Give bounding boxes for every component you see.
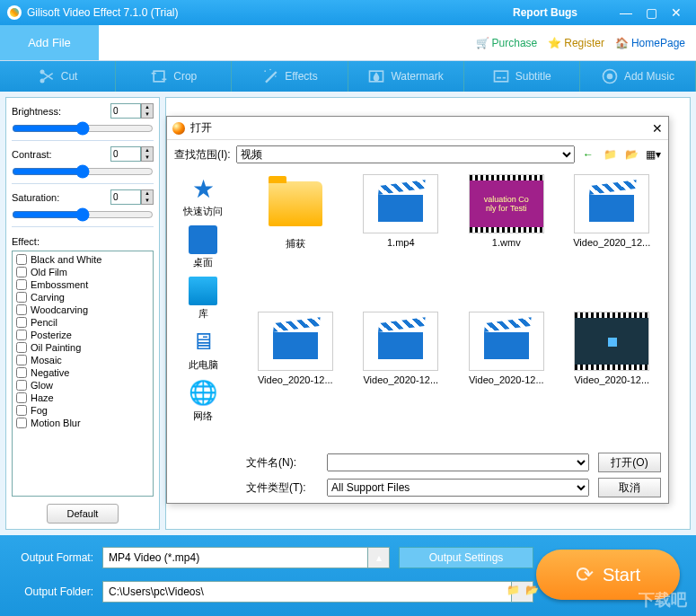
brightness-spinner[interactable]: ▲▼ [141, 103, 154, 119]
file-item[interactable]: 1.mp4 [350, 174, 453, 308]
open-folder-icon[interactable]: 📂 [525, 584, 539, 600]
filetype-select[interactable]: All Support Files [327, 479, 589, 497]
file-item[interactable]: Video_2020_12... [561, 174, 664, 308]
effect-name: Woodcarving [31, 304, 88, 315]
effect-checkbox[interactable] [16, 292, 27, 303]
drop-icon [367, 67, 385, 85]
new-folder-icon[interactable]: 📂 [623, 146, 639, 163]
file-item[interactable]: Video_2020-12... [350, 312, 453, 443]
brightness-input[interactable] [110, 103, 141, 119]
effect-item[interactable]: Mosaic [14, 354, 151, 366]
effects-list[interactable]: Black and WhiteOld FilmEmbossmentCarving… [12, 251, 154, 497]
report-bugs-link[interactable]: Report Bugs [513, 6, 577, 19]
effect-item[interactable]: Woodcarving [14, 304, 151, 316]
network-icon: 🌐 [189, 379, 217, 408]
tab-cut[interactable]: Cut [0, 61, 116, 92]
open-button[interactable]: 打开(O) [598, 453, 661, 472]
dialog-close-button[interactable]: ✕ [652, 121, 663, 136]
place-desktop[interactable]: 桌面 [189, 225, 217, 269]
filename-label: 文件名(N): [246, 455, 318, 471]
file-item[interactable]: Video_2020-12... [244, 312, 347, 443]
effect-item[interactable]: Carving [14, 291, 151, 304]
output-format-input[interactable] [102, 547, 368, 568]
place-label: 快速访问 [183, 205, 223, 218]
default-button[interactable]: Default [47, 504, 119, 524]
effect-item[interactable]: Glow [14, 379, 151, 392]
file-name: Video_2020_12... [567, 237, 656, 248]
tab-subtitle[interactable]: Subtitle [464, 61, 580, 92]
subtitle-icon [492, 67, 510, 85]
saturation-slider[interactable] [12, 208, 154, 221]
file-name: Video_2020-12... [462, 374, 551, 385]
effect-item[interactable]: Negative [14, 366, 151, 379]
file-item[interactable]: Video_2020-12... [455, 312, 558, 443]
effect-item[interactable]: Fog [14, 404, 151, 417]
effect-checkbox[interactable] [16, 367, 27, 378]
effect-item[interactable]: Embossment [14, 278, 151, 291]
file-item[interactable]: valuation Conly for Testi1.wmv [455, 174, 558, 308]
homepage-link[interactable]: 🏠 HomePage [615, 37, 685, 49]
up-folder-icon[interactable]: 📁 [602, 146, 618, 163]
output-folder-input[interactable] [102, 581, 512, 603]
tab-watermark[interactable]: Watermark [348, 61, 464, 92]
register-link[interactable]: ⭐ Register [548, 37, 604, 49]
effect-checkbox[interactable] [16, 405, 27, 416]
effect-item[interactable]: Old Film [14, 266, 151, 278]
tab-effects[interactable]: Effects [232, 61, 348, 92]
effect-name: Fog [31, 405, 48, 416]
effect-checkbox[interactable] [16, 418, 27, 428]
tab-add-music[interactable]: Add Music [580, 61, 696, 92]
contrast-spinner[interactable]: ▲▼ [141, 146, 154, 162]
effect-checkbox[interactable] [16, 304, 27, 315]
place-network[interactable]: 🌐网络 [189, 379, 217, 423]
file-item[interactable]: Video_2020-12... [561, 312, 664, 443]
output-format-dropdown-icon[interactable]: ▴ [368, 547, 390, 568]
effect-item[interactable]: Posterize [14, 329, 151, 341]
effect-checkbox[interactable] [16, 355, 27, 365]
effect-item[interactable]: Motion Blur [14, 417, 151, 429]
purchase-link[interactable]: 🛒 Purchase [476, 37, 538, 49]
brightness-slider[interactable] [12, 122, 154, 135]
effect-checkbox[interactable] [16, 380, 27, 391]
effect-checkbox[interactable] [16, 254, 27, 265]
close-button[interactable]: ✕ [664, 4, 689, 22]
start-button[interactable]: ⟳ Start [536, 550, 680, 600]
purchase-label: Purchase [492, 37, 538, 49]
effect-checkbox[interactable] [16, 342, 27, 353]
add-file-button[interactable]: Add File [0, 25, 99, 60]
output-settings-button[interactable]: Output Settings [399, 547, 533, 568]
effect-item[interactable]: Black and White [14, 253, 151, 266]
place-this-pc[interactable]: 🖥此电脑 [189, 328, 218, 372]
tab-crop[interactable]: Crop [116, 61, 232, 92]
effect-item[interactable]: Oil Painting [14, 341, 151, 354]
effect-checkbox[interactable] [16, 392, 27, 403]
cancel-button[interactable]: 取消 [598, 478, 661, 497]
effect-checkbox[interactable] [16, 330, 27, 340]
contrast-input[interactable] [110, 146, 141, 162]
file-item[interactable]: 捕获 [244, 174, 347, 308]
browse-folder-icon[interactable]: 📁 [507, 584, 520, 600]
file-open-dialog: 打开 ✕ 查找范围(I): 视频 ← 📁 📂 ▦▾ ★快速访问 桌面 库 🖥此电… [166, 116, 669, 504]
effect-name: Carving [31, 292, 65, 303]
lookin-select[interactable]: 视频 [236, 145, 575, 163]
effect-item[interactable]: Pencil [14, 316, 151, 329]
back-icon[interactable]: ← [580, 146, 596, 163]
maximize-button[interactable]: ▢ [639, 4, 664, 22]
effect-name: Old Film [31, 267, 67, 277]
saturation-spinner[interactable]: ▲▼ [141, 189, 154, 205]
filename-input[interactable] [327, 453, 589, 471]
contrast-slider[interactable] [12, 165, 154, 178]
files-grid: 捕获1.mp4valuation Conly for Testi1.wmvVid… [239, 169, 668, 447]
saturation-input[interactable] [110, 189, 141, 205]
effect-name: Black and White [31, 254, 101, 265]
place-quick-access[interactable]: ★快速访问 [183, 174, 223, 218]
clapper-icon [273, 323, 318, 359]
view-menu-icon[interactable]: ▦▾ [645, 146, 661, 163]
effect-checkbox[interactable] [16, 267, 27, 277]
effect-item[interactable]: Haze [14, 392, 151, 404]
effect-checkbox[interactable] [16, 317, 27, 328]
minimize-button[interactable]: — [613, 4, 639, 22]
place-libraries[interactable]: 库 [189, 277, 217, 321]
effect-checkbox[interactable] [16, 279, 27, 290]
output-folder-label: Output Folder: [13, 585, 93, 598]
